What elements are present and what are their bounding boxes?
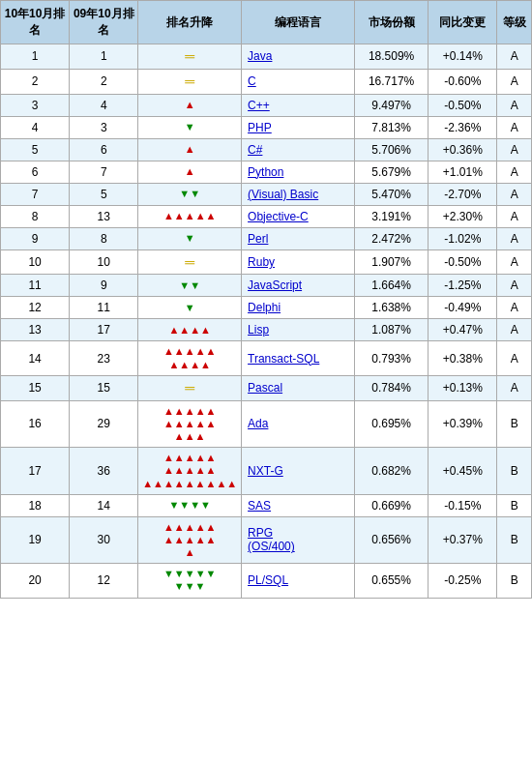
rank-current: 5 bbox=[1, 138, 70, 161]
grade: A bbox=[497, 319, 532, 341]
language-cell[interactable]: Perl bbox=[242, 227, 355, 249]
language-cell[interactable]: NXT-G bbox=[242, 448, 355, 495]
language-link[interactable]: C# bbox=[248, 143, 262, 157]
language-link[interactable]: Delphi bbox=[248, 301, 281, 314]
market-share: 7.813% bbox=[354, 116, 428, 138]
trend-up-icon: ▲ bbox=[185, 143, 195, 155]
table-row: 34▲C++9.497%-0.50%A bbox=[1, 94, 532, 116]
language-link[interactable]: Transact-SQL bbox=[248, 352, 319, 366]
rank-current: 14 bbox=[1, 341, 70, 375]
language-link[interactable]: PHP bbox=[248, 121, 272, 134]
market-share: 0.682% bbox=[354, 448, 428, 495]
trend-cell: ▼ bbox=[138, 227, 242, 249]
language-link[interactable]: Objective-C bbox=[248, 210, 309, 223]
rank-previous: 3 bbox=[70, 116, 138, 138]
language-cell[interactable]: SAS bbox=[242, 494, 355, 516]
language-link[interactable]: Python bbox=[248, 165, 283, 179]
change-value: +0.45% bbox=[429, 448, 497, 495]
language-link[interactable]: JavaScript bbox=[248, 278, 302, 292]
language-link[interactable]: Perl bbox=[248, 232, 268, 246]
change-value: +0.13% bbox=[429, 375, 497, 400]
market-share: 0.656% bbox=[354, 516, 428, 564]
language-cell[interactable]: Objective-C bbox=[242, 205, 355, 227]
language-link[interactable]: SAS bbox=[248, 499, 271, 513]
trend-cell: ▲▲▲▲▲▲▲▲▲▲▲ bbox=[138, 516, 242, 564]
language-link[interactable]: C++ bbox=[248, 99, 270, 112]
language-cell[interactable]: Ruby bbox=[242, 249, 355, 275]
language-cell[interactable]: C bbox=[242, 69, 355, 94]
trend-cell: ▼▼ bbox=[138, 275, 242, 297]
rank-current: 13 bbox=[1, 319, 70, 341]
language-link[interactable]: NXT-G bbox=[248, 464, 283, 478]
rank-previous: 15 bbox=[70, 375, 138, 400]
rank-previous: 4 bbox=[70, 94, 138, 116]
market-share: 9.497% bbox=[354, 94, 428, 116]
change-value: -0.50% bbox=[429, 94, 497, 116]
language-cell[interactable]: (Visual) Basic bbox=[242, 183, 355, 205]
language-link[interactable]: C bbox=[248, 74, 256, 88]
market-share: 5.706% bbox=[354, 138, 428, 161]
rank-current: 3 bbox=[1, 94, 70, 116]
change-value: -2.70% bbox=[429, 183, 497, 205]
grade: A bbox=[497, 116, 532, 138]
change-value: +0.14% bbox=[429, 44, 497, 70]
language-cell[interactable]: C# bbox=[242, 138, 355, 161]
language-link[interactable]: (Visual) Basic bbox=[248, 188, 318, 201]
trend-cell: ▼▼▼▼ bbox=[138, 494, 242, 516]
change-value: -0.60% bbox=[429, 69, 497, 94]
change-value: +0.37% bbox=[429, 516, 497, 564]
trend-up-icon: ▲▲▲▲▲▲▲▲▲▲▲ bbox=[163, 521, 216, 558]
language-link[interactable]: Lisp bbox=[248, 323, 269, 337]
rank-current: 16 bbox=[1, 400, 70, 448]
language-link[interactable]: (OS/400) bbox=[248, 540, 295, 553]
rank-current: 10 bbox=[1, 249, 70, 275]
grade: A bbox=[497, 205, 532, 227]
language-cell[interactable]: PHP bbox=[242, 116, 355, 138]
grade: A bbox=[497, 341, 532, 375]
rank-current: 8 bbox=[1, 205, 70, 227]
rank-previous: 1 bbox=[70, 44, 138, 70]
market-share: 1.087% bbox=[354, 319, 428, 341]
language-cell[interactable]: RPG(OS/400) bbox=[242, 516, 355, 564]
market-share: 1.638% bbox=[354, 297, 428, 319]
language-cell[interactable]: Java bbox=[242, 44, 355, 70]
grade: A bbox=[497, 375, 532, 400]
language-cell[interactable]: PL/SQL bbox=[242, 564, 355, 598]
language-cell[interactable]: JavaScript bbox=[242, 275, 355, 297]
grade: B bbox=[497, 448, 532, 495]
market-share: 1.907% bbox=[354, 249, 428, 275]
market-share: 0.669% bbox=[354, 494, 428, 516]
language-cell[interactable]: Delphi bbox=[242, 297, 355, 319]
language-cell[interactable]: Transact-SQL bbox=[242, 341, 355, 375]
grade: A bbox=[497, 183, 532, 205]
rank-previous: 6 bbox=[70, 138, 138, 161]
language-cell[interactable]: C++ bbox=[242, 94, 355, 116]
language-link[interactable]: Ada bbox=[248, 417, 268, 430]
language-link[interactable]: Java bbox=[248, 49, 272, 63]
table-row: 67▲Python5.679%+1.01%A bbox=[1, 161, 532, 183]
grade: B bbox=[497, 564, 532, 598]
rank-previous: 8 bbox=[70, 227, 138, 249]
trend-down-icon: ▼▼ bbox=[179, 188, 200, 199]
rank-previous: 13 bbox=[70, 205, 138, 227]
language-cell[interactable]: Ada bbox=[242, 400, 355, 448]
table-row: 75▼▼(Visual) Basic5.470%-2.70%A bbox=[1, 183, 532, 205]
trend-down-icon: ▼ bbox=[185, 232, 195, 244]
table-row: 11═Java18.509%+0.14%A bbox=[1, 44, 532, 70]
market-share: 0.695% bbox=[354, 400, 428, 448]
trend-cell: ═ bbox=[138, 249, 242, 275]
language-link[interactable]: PL/SQL bbox=[248, 573, 288, 587]
language-link[interactable]: Ruby bbox=[248, 255, 275, 269]
change-value: +0.39% bbox=[429, 400, 497, 448]
rank-current: 6 bbox=[1, 161, 70, 183]
language-cell[interactable]: Python bbox=[242, 161, 355, 183]
table-row: 1423▲▲▲▲▲▲▲▲▲Transact-SQL0.793%+0.38%A bbox=[1, 341, 532, 375]
language-cell[interactable]: Lisp bbox=[242, 319, 355, 341]
rank-current: 1 bbox=[1, 44, 70, 70]
language-link[interactable]: RPG bbox=[248, 526, 273, 540]
market-share: 1.664% bbox=[354, 275, 428, 297]
language-cell[interactable]: Pascal bbox=[242, 375, 355, 400]
language-link[interactable]: Pascal bbox=[248, 381, 282, 395]
grade: A bbox=[497, 227, 532, 249]
market-share: 5.679% bbox=[354, 161, 428, 183]
